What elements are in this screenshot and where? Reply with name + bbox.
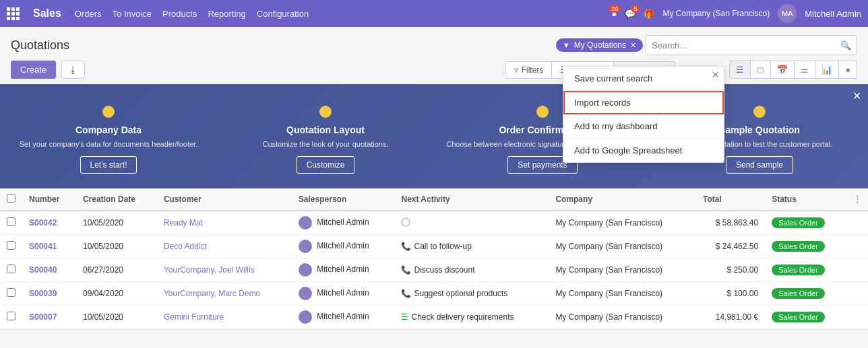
table-row: S00040 06/27/2020 YourCompany, Joel Will… (0, 258, 868, 282)
import-records-item[interactable]: Import records (563, 91, 724, 114)
messages-icon[interactable]: 💬 5 (625, 9, 636, 19)
row-checkbox[interactable] (7, 217, 16, 226)
status-badge: Sales Order (772, 288, 825, 299)
salesperson-name: Mitchell Admin (317, 312, 369, 321)
status-badge: Sales Order (772, 312, 825, 322)
col-customer[interactable]: Customer (157, 188, 292, 211)
top-navigation: Sales Orders To Invoice Products Reporti… (0, 0, 868, 27)
row-actions-cell (846, 282, 868, 306)
company-name: My Company (San Francisco) (662, 9, 770, 18)
row-customer[interactable]: Ready Mat (157, 211, 292, 235)
row-activity[interactable]: 📞Call to follow-up (394, 235, 549, 258)
row-salesperson: Mitchell Admin (292, 235, 395, 258)
row-number[interactable]: S00007 (22, 306, 76, 329)
app-grid-icon[interactable] (7, 7, 20, 20)
row-number[interactable]: S00039 (22, 282, 76, 306)
add-google-item[interactable]: Add to Google Spreadsheet (563, 139, 724, 162)
kanban-view-button[interactable]: ◻ (751, 61, 771, 79)
row-checkbox-cell[interactable] (0, 258, 22, 282)
row-checkbox[interactable] (7, 288, 16, 297)
row-checkbox[interactable] (7, 312, 16, 320)
col-status[interactable]: Status (765, 188, 846, 211)
nav-reporting[interactable]: Reporting (208, 9, 245, 19)
calendar-view-button[interactable]: 📅 (771, 61, 795, 79)
row-company: My Company (San Francisco) (549, 258, 696, 282)
row-customer[interactable]: YourCompany, Marc Demo (157, 282, 292, 306)
step-circle-1 (102, 106, 115, 118)
step-circle-4 (753, 106, 766, 118)
filters-button[interactable]: ▿ Filters (505, 61, 553, 79)
dropdown-close[interactable]: ✕ (712, 69, 720, 80)
search-input[interactable] (646, 36, 835, 55)
activity-label: Check delivery requirements (411, 312, 514, 322)
nav-orders[interactable]: Orders (75, 9, 102, 19)
list-view-button[interactable]: ☰ (729, 61, 751, 79)
row-activity[interactable]: 📞Discuss discount (394, 258, 549, 282)
row-number[interactable]: S00041 (22, 235, 76, 258)
row-status: Sales Order (765, 211, 846, 235)
notifications-icon[interactable]: ● 26 (612, 9, 617, 19)
col-date[interactable]: Creation Date (76, 188, 157, 211)
row-date: 10/05/2020 (76, 211, 157, 235)
nav-products[interactable]: Products (162, 9, 197, 19)
row-number[interactable]: S00040 (22, 258, 76, 282)
select-all-checkbox[interactable] (7, 194, 16, 203)
nav-configuration[interactable]: Configuration (257, 9, 309, 19)
activity-label: Suggest optional products (414, 289, 507, 298)
salesperson-name: Mitchell Admin (317, 265, 369, 274)
row-number[interactable]: S00042 (22, 211, 76, 235)
banner-close[interactable]: ✕ (852, 90, 861, 102)
step-btn-4[interactable]: Send sample (726, 156, 793, 174)
row-customer[interactable]: Deco Addict (157, 235, 292, 258)
column-options[interactable]: ⋮ (853, 195, 861, 204)
nav-invoice[interactable]: To Invoice (113, 9, 152, 19)
col-activity[interactable]: Next Activity (394, 188, 549, 211)
row-activity[interactable]: 📞Suggest optional products (394, 282, 549, 306)
chart-view-button[interactable]: 📊 (815, 61, 839, 79)
row-activity[interactable]: ☰Check delivery requirements (394, 306, 549, 329)
row-checkbox-cell[interactable] (0, 211, 22, 235)
avatar[interactable]: MA (778, 4, 797, 23)
row-customer[interactable]: YourCompany, Joel Willis (157, 258, 292, 282)
row-total: $ 24,462.50 (696, 235, 765, 258)
step-company-data: Company Data Set your company's data for… (0, 106, 217, 174)
row-activity[interactable] (394, 211, 549, 235)
download-button[interactable]: ⭳ (61, 61, 85, 79)
row-date: 10/05/2020 (76, 235, 157, 258)
gift-icon[interactable]: 🎁 (644, 9, 654, 19)
col-total[interactable]: Total (696, 188, 765, 211)
salesperson-name: Mitchell Admin (317, 288, 369, 298)
create-button[interactable]: Create (11, 61, 56, 79)
col-salesperson[interactable]: Salesperson (292, 188, 395, 211)
select-all-header[interactable] (0, 188, 22, 211)
app-title[interactable]: Sales (33, 7, 61, 20)
row-customer[interactable]: Gemini Furniture (157, 306, 292, 329)
row-date: 10/05/2020 (76, 306, 157, 329)
row-status: Sales Order (765, 258, 846, 282)
row-salesperson: Mitchell Admin (292, 306, 395, 329)
save-search-item[interactable]: Save current search (563, 67, 724, 91)
step-circle-2 (319, 106, 332, 118)
status-badge: Sales Order (772, 265, 825, 275)
add-dashboard-item[interactable]: Add to my dashboard (563, 114, 724, 139)
table-view-button[interactable]: ⚌ (795, 61, 815, 79)
salesperson-avatar (299, 263, 312, 277)
row-actions-cell (846, 235, 868, 258)
row-checkbox[interactable] (7, 265, 16, 273)
row-checkbox-cell[interactable] (0, 235, 22, 258)
favorites-dropdown: ✕ Save current search Import records Add… (563, 66, 724, 163)
row-checkbox[interactable] (7, 241, 16, 250)
search-icon[interactable]: 🔍 (835, 38, 857, 53)
clock-view-button[interactable]: ● (839, 61, 857, 79)
salesperson-avatar (299, 310, 312, 324)
step-btn-2[interactable]: Customize (297, 156, 355, 174)
row-company: My Company (San Francisco) (549, 306, 696, 329)
user-name: Mitchell Admin (805, 9, 861, 19)
col-number[interactable]: Number (22, 188, 76, 211)
row-checkbox-cell[interactable] (0, 282, 22, 306)
col-company[interactable]: Company (549, 188, 696, 211)
step-btn-1[interactable]: Let's start! (80, 156, 137, 174)
filter-tag[interactable]: ▼ My Quotations ✕ (556, 38, 643, 52)
row-checkbox-cell[interactable] (0, 306, 22, 329)
filter-tag-close[interactable]: ✕ (630, 41, 636, 50)
